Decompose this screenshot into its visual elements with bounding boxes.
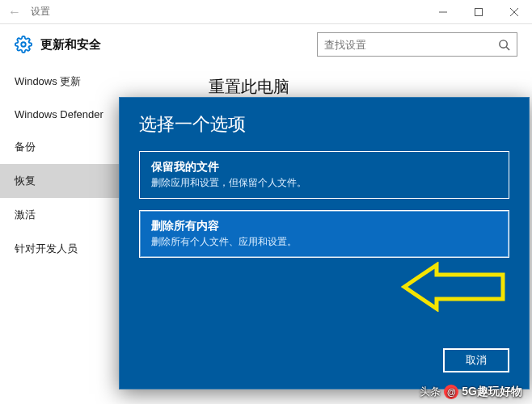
reset-dialog: 选择一个选项 保留我的文件 删除应用和设置，但保留个人文件。 删除所有内容 删除… bbox=[119, 97, 530, 389]
svg-point-5 bbox=[500, 40, 507, 47]
at-icon: @ bbox=[444, 385, 458, 399]
option-desc: 删除所有个人文件、应用和设置。 bbox=[151, 235, 497, 249]
option-keep-files[interactable]: 保留我的文件 删除应用和设置，但保留个人文件。 bbox=[139, 151, 509, 199]
cancel-button[interactable]: 取消 bbox=[443, 348, 509, 372]
watermark: 头条 @ 5G趣玩好物 bbox=[420, 385, 522, 399]
close-button[interactable] bbox=[496, 0, 532, 24]
sidebar-item-label: 针对开发人员 bbox=[15, 242, 78, 255]
maximize-button[interactable] bbox=[461, 0, 496, 24]
option-desc: 删除应用和设置，但保留个人文件。 bbox=[151, 176, 497, 190]
sidebar-item-label: 恢复 bbox=[15, 175, 36, 187]
sidebar-item-label: 备份 bbox=[15, 141, 36, 153]
search-icon bbox=[498, 39, 510, 51]
svg-point-4 bbox=[21, 42, 26, 47]
watermark-handle: 5G趣玩好物 bbox=[462, 385, 522, 399]
window-controls bbox=[425, 0, 532, 24]
search-box[interactable] bbox=[317, 32, 517, 57]
main-title: 重置此电脑 bbox=[209, 76, 508, 98]
title-bar-left: ← 设置 bbox=[0, 5, 50, 19]
back-icon[interactable]: ← bbox=[8, 5, 21, 19]
minimize-button[interactable] bbox=[425, 0, 461, 24]
window-title: 设置 bbox=[31, 5, 50, 19]
title-bar: ← 设置 bbox=[0, 0, 532, 24]
option-title: 删除所有内容 bbox=[151, 219, 497, 234]
svg-line-6 bbox=[506, 47, 509, 50]
search-input[interactable] bbox=[324, 39, 498, 51]
watermark-prefix: 头条 bbox=[420, 385, 441, 399]
sidebar-item-label: Windows 更新 bbox=[15, 75, 81, 87]
dialog-title: 选择一个选项 bbox=[139, 112, 509, 137]
svg-rect-1 bbox=[475, 8, 483, 15]
sidebar-item-label: Windows Defender bbox=[15, 108, 103, 120]
page-title: 更新和安全 bbox=[40, 37, 101, 53]
sidebar-item-label: 激活 bbox=[15, 208, 36, 221]
gear-icon bbox=[15, 36, 32, 53]
sidebar-item-windows-update[interactable]: Windows 更新 bbox=[0, 65, 184, 99]
option-title: 保留我的文件 bbox=[151, 160, 497, 175]
settings-header: 更新和安全 bbox=[0, 24, 532, 65]
option-remove-everything[interactable]: 删除所有内容 删除所有个人文件、应用和设置。 bbox=[139, 210, 509, 258]
